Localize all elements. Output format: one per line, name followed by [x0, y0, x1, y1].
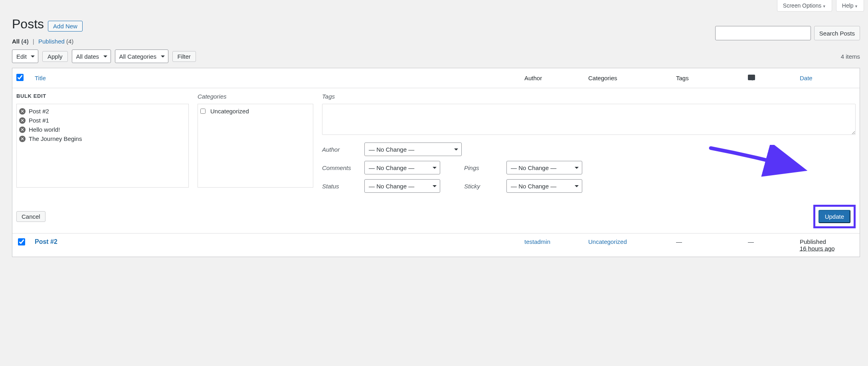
tags-input[interactable]: [322, 104, 856, 135]
date-filter-select[interactable]: All dates: [72, 49, 111, 63]
update-button[interactable]: Update: [819, 210, 850, 223]
column-date[interactable]: Date: [796, 68, 860, 88]
remove-icon[interactable]: ✕: [19, 117, 26, 124]
column-title[interactable]: Title: [31, 68, 520, 88]
pings-select[interactable]: — No Change —: [506, 161, 582, 174]
sticky-select[interactable]: — No Change —: [506, 179, 582, 193]
cancel-button[interactable]: Cancel: [16, 211, 45, 222]
filter-all[interactable]: All (4): [12, 38, 30, 45]
row-comments: —: [744, 233, 796, 257]
bulk-post-label: Post #2: [29, 108, 49, 115]
comments-select[interactable]: — No Change —: [364, 161, 440, 174]
bulk-edit-heading: BULK EDIT: [16, 93, 189, 99]
filter-published[interactable]: Published (4): [38, 38, 73, 45]
column-comments[interactable]: [744, 68, 796, 88]
remove-icon[interactable]: ✕: [19, 127, 26, 133]
status-select[interactable]: — No Change —: [364, 179, 440, 193]
column-tags[interactable]: Tags: [672, 68, 744, 88]
category-link[interactable]: Uncategorized: [588, 238, 627, 245]
author-select[interactable]: — No Change —: [364, 142, 462, 156]
bulk-post-item: ✕ Hello world!: [19, 125, 186, 134]
help-button[interactable]: Help: [836, 0, 864, 12]
table-row: Post #2 testadmin Uncategorized — — Publ…: [12, 233, 860, 257]
remove-icon[interactable]: ✕: [19, 108, 26, 115]
remove-icon[interactable]: ✕: [19, 136, 26, 142]
bulk-post-item: ✕ Post #2: [19, 107, 186, 116]
bulk-tags-heading: Tags: [322, 93, 856, 100]
bulk-categories-list[interactable]: Uncategorized: [198, 104, 313, 188]
bulk-post-label: The Journey Begins: [29, 135, 82, 142]
items-count: 4 items: [841, 53, 860, 60]
row-tags: —: [672, 233, 744, 257]
apply-button[interactable]: Apply: [42, 51, 68, 62]
post-title-link[interactable]: Post #2: [35, 238, 57, 245]
update-highlight: Update: [813, 205, 856, 228]
category-filter-select[interactable]: All Categories: [115, 49, 168, 63]
category-checkbox[interactable]: [200, 109, 206, 114]
bulk-post-item: ✕ The Journey Begins: [19, 134, 186, 143]
bulk-post-label: Hello world!: [29, 126, 60, 133]
filter-button[interactable]: Filter: [172, 51, 196, 62]
category-option[interactable]: Uncategorized: [200, 107, 310, 116]
bulk-post-item: ✕ Post #1: [19, 116, 186, 125]
bulk-categories-heading: Categories: [198, 93, 313, 100]
author-link[interactable]: testadmin: [524, 238, 550, 245]
column-author[interactable]: Author: [520, 68, 584, 88]
bulk-posts-list[interactable]: ✕ Post #2 ✕ Post #1 ✕ Hello world!: [16, 104, 189, 188]
bulk-action-select[interactable]: Edit: [12, 49, 38, 63]
page-title: Posts: [12, 17, 44, 32]
sticky-label: Sticky: [464, 183, 502, 190]
search-input[interactable]: [715, 26, 811, 40]
pings-label: Pings: [464, 164, 502, 171]
add-new-button[interactable]: Add New: [48, 21, 83, 32]
search-posts-button[interactable]: Search Posts: [814, 26, 860, 40]
status-label: Status: [322, 183, 360, 190]
row-date: Published 16 hours ago: [796, 233, 860, 257]
author-label: Author: [322, 146, 360, 153]
comments-label: Comments: [322, 164, 360, 171]
comment-icon: [748, 75, 755, 80]
row-checkbox[interactable]: [18, 238, 25, 245]
bulk-post-label: Post #1: [29, 117, 49, 124]
column-categories[interactable]: Categories: [584, 68, 672, 88]
select-all-checkbox[interactable]: [16, 74, 24, 81]
screen-options-button[interactable]: Screen Options: [777, 0, 832, 12]
